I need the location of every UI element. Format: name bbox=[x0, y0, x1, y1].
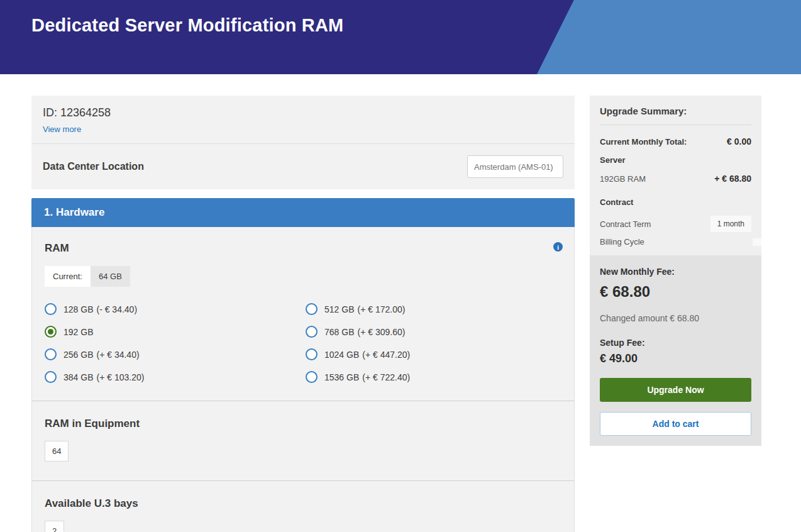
billing-cycle-label: Billing Cycle bbox=[600, 237, 644, 247]
ram-option-384gb[interactable]: 384 GB (+ € 103.20) bbox=[45, 371, 301, 383]
info-icon[interactable]: i bbox=[553, 242, 563, 252]
current-monthly-label: Current Monthly Total: bbox=[600, 137, 687, 147]
ram-option-label: 192 GB bbox=[64, 327, 93, 337]
ram-option-512gb[interactable]: 512 GB (+ € 172.00) bbox=[306, 303, 561, 315]
ram-options-grid: 128 GB (- € 34.40) 512 GB (+ € 172.00) 1… bbox=[45, 303, 561, 383]
data-center-label: Data Center Location bbox=[43, 161, 144, 172]
ram-option-768gb[interactable]: 768 GB (+ € 309.60) bbox=[306, 326, 561, 338]
ram-option-price: (+ € 447.20) bbox=[362, 350, 410, 360]
ram-option-price: (- € 34.40) bbox=[96, 304, 137, 314]
current-monthly-value: € 0.00 bbox=[727, 136, 751, 147]
ram-option-label: 384 GB bbox=[64, 372, 93, 382]
ram-section: i RAM Current: 64 GB 128 GB (- € 34.40) bbox=[32, 227, 574, 401]
header-diagonal-accent bbox=[537, 0, 801, 74]
ram-in-equipment-section: RAM in Equipment 64 bbox=[32, 401, 574, 481]
setup-fee-label: Setup Fee: bbox=[600, 338, 751, 348]
radio-icon bbox=[45, 348, 57, 360]
ram-current-value: 64 GB bbox=[91, 266, 130, 287]
server-info-card: ID: 12364258 View more Data Center Locat… bbox=[31, 96, 575, 189]
ram-in-equipment-value: 64 bbox=[45, 441, 69, 462]
hardware-section: 1. Hardware i RAM Current: 64 GB 128 GB bbox=[31, 198, 575, 532]
ram-option-price: (+ € 34.40) bbox=[96, 350, 139, 360]
ram-option-label: 768 GB bbox=[324, 327, 354, 337]
ram-option-label: 1024 GB bbox=[324, 350, 359, 360]
ram-option-price: (+ € 172.00) bbox=[357, 304, 405, 314]
ram-option-256gb[interactable]: 256 GB (+ € 34.40) bbox=[45, 348, 301, 360]
view-more-link[interactable]: View more bbox=[43, 125, 81, 134]
contract-group-label: Contract bbox=[600, 197, 633, 207]
data-center-input[interactable] bbox=[467, 155, 563, 178]
ram-in-equipment-title: RAM in Equipment bbox=[45, 418, 561, 430]
ram-option-label: 512 GB bbox=[324, 304, 354, 314]
ram-option-label: 256 GB bbox=[64, 350, 93, 360]
setup-fee-value: € 49.00 bbox=[600, 352, 751, 365]
ram-option-192gb[interactable]: 192 GB bbox=[45, 326, 301, 338]
page-title: Dedicated Server Modification RAM bbox=[31, 15, 343, 36]
available-bays-title: Available U.3 bays bbox=[45, 497, 561, 510]
server-item-label: 192GB RAM bbox=[600, 174, 646, 184]
server-group-label: Server bbox=[600, 155, 625, 165]
ram-option-price: (+ € 103.20) bbox=[96, 372, 144, 382]
radio-icon bbox=[306, 326, 318, 338]
summary-title: Upgrade Summary: bbox=[600, 106, 751, 125]
billing-cycle-value-chip bbox=[753, 238, 761, 246]
ram-title: RAM bbox=[45, 242, 561, 255]
ram-option-label: 128 GB bbox=[64, 304, 93, 314]
server-id: ID: 12364258 bbox=[43, 106, 563, 119]
radio-icon bbox=[306, 303, 318, 315]
ram-option-price: (+ € 722.40) bbox=[362, 372, 410, 382]
available-bays-section: Available U.3 bays 2 bbox=[32, 481, 574, 532]
upgrade-summary-panel: Upgrade Summary: Current Monthly Total: … bbox=[590, 96, 761, 532]
server-item-price: + € 68.80 bbox=[714, 174, 751, 184]
ram-option-1024gb[interactable]: 1024 GB (+ € 447.20) bbox=[306, 348, 561, 360]
changed-amount: Changed amount € 68.80 bbox=[600, 313, 751, 323]
new-monthly-fee-label: New Monthly Fee: bbox=[600, 267, 751, 277]
add-to-cart-button[interactable]: Add to cart bbox=[600, 412, 751, 436]
available-bays-value: 2 bbox=[45, 521, 64, 532]
contract-term-value: 1 month bbox=[710, 216, 751, 232]
radio-icon bbox=[306, 348, 318, 360]
ram-option-1536gb[interactable]: 1536 GB (+ € 722.40) bbox=[306, 371, 561, 383]
radio-icon bbox=[45, 303, 57, 315]
radio-icon bbox=[45, 326, 57, 338]
upgrade-now-button[interactable]: Upgrade Now bbox=[600, 378, 751, 402]
hardware-section-header: 1. Hardware bbox=[31, 198, 575, 227]
radio-icon bbox=[45, 371, 57, 383]
page-header: Dedicated Server Modification RAM bbox=[0, 0, 801, 74]
ram-option-128gb[interactable]: 128 GB (- € 34.40) bbox=[45, 303, 301, 315]
ram-current-label: Current: bbox=[45, 266, 91, 287]
new-monthly-fee-value: € 68.80 bbox=[600, 283, 751, 301]
contract-term-label: Contract Term bbox=[600, 219, 651, 229]
ram-option-price: (+ € 309.60) bbox=[357, 327, 405, 337]
ram-option-label: 1536 GB bbox=[324, 372, 359, 382]
radio-icon bbox=[306, 371, 318, 383]
